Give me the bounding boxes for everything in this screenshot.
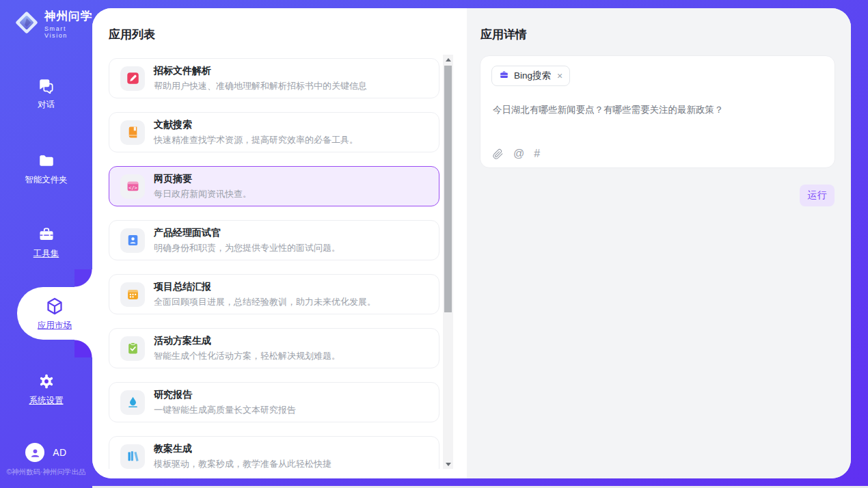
sidebar-item-label: 系统设置 (29, 395, 64, 407)
app-list-item[interactable]: 文献搜索 快速精准查找学术资源，提高研究效率的必备工具。 (109, 112, 439, 152)
sidebar-item-toolbox[interactable]: 工具集 (0, 226, 92, 260)
chat-icon (38, 77, 55, 94)
app-list-title: 应用列表 (109, 27, 155, 42)
app-list-item[interactable]: 招标文件解析 帮助用户快速、准确地理解和解析招标书中的关键信息 (109, 58, 439, 98)
user-initials: AD (53, 447, 66, 458)
app-list-item[interactable]: 研究报告 一键智能生成高质量长文本研究报告 (109, 382, 439, 422)
app-item-desc: 快速精准查找学术资源，提高研究效率的必备工具。 (154, 134, 358, 146)
scrollbar-down-arrow-icon[interactable] (443, 459, 453, 469)
app-item-desc: 明确身份和职责，为您提供专业性的面试问题。 (154, 242, 340, 254)
app-item-desc: 一键智能生成高质量长文本研究报告 (154, 404, 296, 416)
sidebar-item-chat[interactable]: 对话 (0, 77, 92, 111)
app-item-title: 教案生成 (154, 443, 331, 455)
app-item-title: 研究报告 (154, 389, 296, 401)
sidebar-item-label: 智能文件夹 (25, 174, 68, 186)
app-item-icon (120, 282, 145, 307)
user-avatar-icon (25, 443, 44, 462)
app-item-desc: 帮助用户快速、准确地理解和解析招标书中的关键信息 (154, 80, 367, 92)
app-item-title: 网页摘要 (154, 173, 252, 185)
app-detail-panel: 应用详情 Bing搜索 × 今日湖北有哪些新闻要点？有哪些需要关注的最新政策？ … (467, 8, 851, 478)
tool-tag-bing-search[interactable]: Bing搜索 × (491, 66, 570, 86)
app-item-icon (120, 444, 145, 469)
sidebar: 神州问学 Smart Vision 对话智能文件夹工具集应用市场系统设置 AD … (0, 0, 92, 488)
brand-logo: 神州问学 Smart Vision (14, 9, 92, 39)
scrollbar-thumb[interactable] (444, 66, 452, 312)
sidebar-item-gear[interactable]: 系统设置 (0, 372, 92, 407)
app-item-title: 文献搜索 (154, 119, 358, 131)
app-item-title: 产品经理面试官 (154, 227, 340, 239)
prompt-card: Bing搜索 × 今日湖北有哪些新闻要点？有哪些需要关注的最新政策？ @ # (480, 55, 835, 168)
run-button[interactable]: 运行 (800, 185, 835, 206)
app-item-icon: </> (120, 174, 145, 199)
app-list: 招标文件解析 帮助用户快速、准确地理解和解析招标书中的关键信息 文献搜索 快速精… (92, 55, 467, 469)
briefcase-icon (499, 70, 509, 83)
attachment-icon[interactable] (492, 148, 504, 160)
app-list-scrollbar[interactable] (443, 55, 453, 469)
app-item-title: 招标文件解析 (154, 65, 367, 77)
brand-name: 神州问学 (44, 9, 92, 24)
cube-icon (44, 296, 65, 316)
app-item-icon (120, 336, 145, 361)
scrollbar-up-arrow-icon[interactable] (443, 55, 453, 64)
app-item-icon (120, 228, 145, 253)
topic-icon[interactable]: # (534, 148, 540, 160)
gear-icon (38, 372, 55, 390)
mention-icon[interactable]: @ (513, 148, 524, 160)
brand-tagline: Smart Vision (44, 25, 92, 39)
sidebar-item-label: 应用市场 (38, 320, 72, 331)
app-list-item[interactable]: 项目总结汇报 全面回顾项目进展，总结经验教训，助力未来优化发展。 (109, 274, 439, 314)
app-list-item[interactable]: 活动方案生成 智能生成个性化活动方案，轻松解决规划难题。 (109, 328, 439, 368)
app-list-item[interactable]: </> 网页摘要 每日政府新闻资讯快查。 (109, 166, 439, 206)
app-item-title: 活动方案生成 (154, 335, 340, 347)
tool-tag-label: Bing搜索 (514, 70, 551, 82)
copyright-text: ©神州数码·神州问学出品 (0, 467, 92, 477)
svg-text:</>: </> (128, 185, 137, 191)
app-list-item[interactable]: 产品经理面试官 明确身份和职责，为您提供专业性的面试问题。 (109, 220, 439, 260)
sidebar-item-folder[interactable]: 智能文件夹 (0, 152, 92, 186)
folder-icon (38, 152, 55, 170)
app-item-icon (120, 66, 145, 91)
app-item-icon (120, 390, 145, 415)
app-item-desc: 全面回顾项目进展，总结经验教训，助力未来优化发展。 (154, 296, 376, 308)
app-item-desc: 模板驱动，教案秒成，教学准备从此轻松快捷 (154, 458, 331, 470)
brand-diamond-icon (14, 10, 40, 38)
app-item-icon (120, 120, 145, 145)
user-account[interactable]: AD (0, 443, 92, 462)
toolbox-icon (38, 226, 55, 243)
app-item-title: 项目总结汇报 (154, 281, 376, 293)
app-item-desc: 智能生成个性化活动方案，轻松解决规划难题。 (154, 350, 340, 362)
app-item-desc: 每日政府新闻资讯快查。 (154, 188, 252, 200)
app-list-panel: 应用列表 招标文件解析 帮助用户快速、准确地理解和解析招标书中的关键信息 文献搜… (92, 8, 467, 478)
app-list-item[interactable]: 教案生成 模板驱动，教案秒成，教学准备从此轻松快捷 (109, 436, 439, 469)
sidebar-item-cube[interactable]: 应用市场 (17, 287, 92, 340)
tag-close-icon[interactable]: × (556, 71, 562, 81)
app-detail-title: 应用详情 (480, 27, 527, 42)
main-content: 应用列表 招标文件解析 帮助用户快速、准确地理解和解析招标书中的关键信息 文献搜… (92, 8, 851, 478)
sidebar-item-label: 工具集 (33, 248, 59, 260)
prompt-input[interactable]: 今日湖北有哪些新闻要点？有哪些需要关注的最新政策？ (493, 104, 822, 116)
sidebar-item-label: 对话 (38, 99, 55, 111)
